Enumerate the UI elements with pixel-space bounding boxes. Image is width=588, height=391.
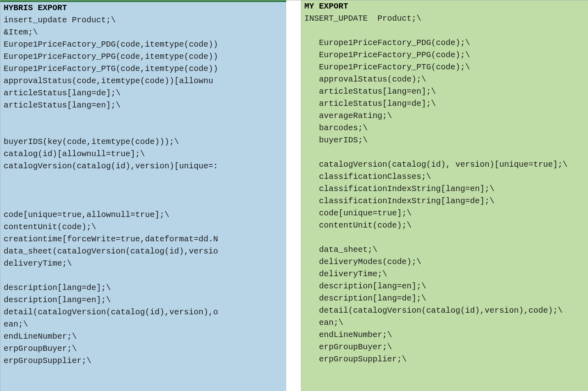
code-line: articleStatus[lang=en];\ xyxy=(0,99,287,112)
code-line: approvalStatus(code);\ xyxy=(301,73,588,86)
code-line: endLineNumber;\ xyxy=(0,331,287,343)
code-line xyxy=(0,172,287,185)
code-line xyxy=(301,232,588,244)
code-line: code[unique=true];\ xyxy=(301,207,588,219)
code-line: data_sheet;\ xyxy=(301,244,588,256)
code-line: catalog(id)[allownull=true];\ xyxy=(0,148,287,160)
code-line xyxy=(0,270,287,282)
left-content: insert_update Product;\&Item;\Europe1Pri… xyxy=(0,14,287,367)
code-line: endLineNumber;\ xyxy=(301,329,588,341)
column-divider xyxy=(286,0,301,391)
code-line: approvalStatus(code,itemtype(code))[allo… xyxy=(0,75,287,87)
code-line: insert_update Product;\ xyxy=(0,14,287,26)
code-line xyxy=(0,124,287,136)
code-line: articleStatus[lang=en];\ xyxy=(301,86,588,98)
code-line: averageRating;\ xyxy=(301,110,588,122)
code-line: deliveryTime;\ xyxy=(301,268,588,280)
code-line: detail(catalogVersion(catalog(id),versio… xyxy=(0,306,287,318)
code-line: erpGroupBuyer;\ xyxy=(0,343,287,355)
code-line: description[lang=en];\ xyxy=(0,294,287,306)
code-line: deliveryTime;\ xyxy=(0,258,287,270)
code-line: Europe1PriceFactory_PDG(code,itemtype(co… xyxy=(0,39,287,51)
code-line: description[lang=en];\ xyxy=(301,280,588,292)
code-line xyxy=(0,197,287,209)
code-line: Europe1PriceFactory_PPG(code,itemtype(co… xyxy=(0,51,287,63)
code-line: Europe1PriceFactory_PTG(code);\ xyxy=(301,61,588,73)
code-line: contentUnit(code);\ xyxy=(0,221,287,233)
right-header: MY EXPORT xyxy=(301,0,588,13)
code-line: Europe1PriceFactory_PTG(code,itemtype(co… xyxy=(0,63,287,75)
code-line: deliveryModes(code);\ xyxy=(301,256,588,268)
code-line: Europe1PriceFactory_PPG(code);\ xyxy=(301,49,588,61)
code-line: classificationClasses;\ xyxy=(301,171,588,183)
code-line: code[unique=true,allownull=true];\ xyxy=(0,209,287,221)
code-line: description[lang=de];\ xyxy=(0,282,287,294)
code-line: erpGroupSupplier;\ xyxy=(0,355,287,367)
code-line: ean;\ xyxy=(0,318,287,331)
code-line: ean;\ xyxy=(301,317,588,329)
code-line: INSERT_UPDATE Product;\ xyxy=(301,13,588,25)
code-line: detail(catalogVersion(catalog(id),versio… xyxy=(301,305,588,317)
code-line: creationtime[forceWrite=true,dateformat=… xyxy=(0,233,287,245)
left-header: HYBRIS EXPORT xyxy=(0,2,287,14)
code-line xyxy=(0,112,287,124)
code-line: erpGroupBuyer;\ xyxy=(301,341,588,353)
code-line: catalogVersion(catalog(id), version)[uni… xyxy=(301,159,588,171)
code-line: catalogVersion(catalog(id),version)[uniq… xyxy=(0,160,287,172)
code-line: description[lang=de];\ xyxy=(301,292,588,305)
code-line: buyerIDS(key(code,itemtype(code)));\ xyxy=(0,136,287,148)
code-line: articleStatus[lang=de];\ xyxy=(301,98,588,110)
left-column: HYBRIS EXPORT insert_update Product;\&It… xyxy=(0,0,288,391)
code-line: &Item;\ xyxy=(0,26,287,39)
code-line: Europe1PriceFactory_PDG(code);\ xyxy=(301,37,588,49)
code-line xyxy=(301,146,588,159)
code-line xyxy=(0,185,287,197)
code-line: articleStatus[lang=de];\ xyxy=(0,87,287,99)
code-line xyxy=(301,25,588,37)
code-line: erpGroupSupplier;\ xyxy=(301,353,588,365)
code-line: classificationIndexString[lang=de];\ xyxy=(301,195,588,207)
code-line: barcodes;\ xyxy=(301,122,588,134)
code-line: contentUnit(code);\ xyxy=(301,219,588,232)
code-line: classificationIndexString[lang=en];\ xyxy=(301,183,588,195)
right-column: MY EXPORT INSERT_UPDATE Product;\ Europe… xyxy=(301,0,588,391)
right-content: INSERT_UPDATE Product;\ Europe1PriceFact… xyxy=(301,13,588,365)
code-line: data_sheet(catalogVersion(catalog(id),ve… xyxy=(0,245,287,258)
code-line: buyerIDS;\ xyxy=(301,134,588,146)
